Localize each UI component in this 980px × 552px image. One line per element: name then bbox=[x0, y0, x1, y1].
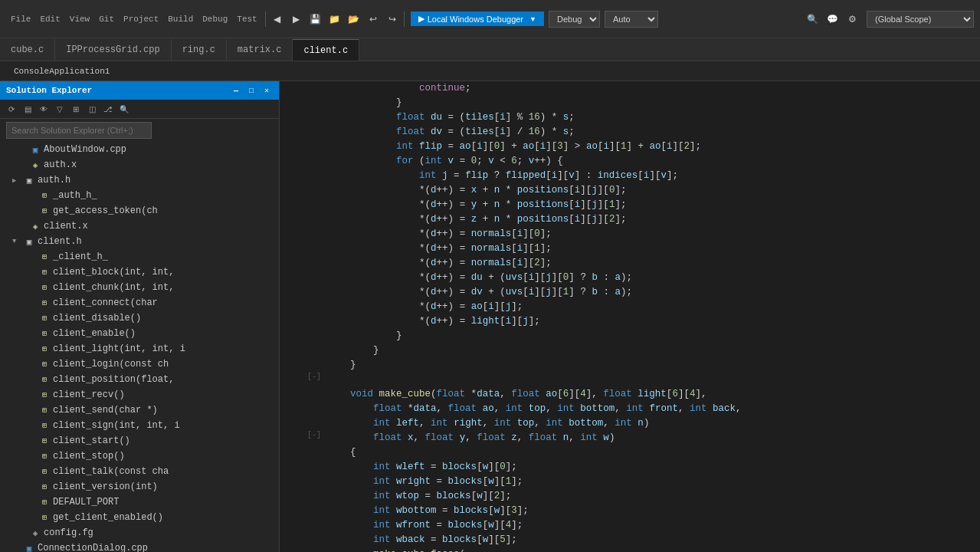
se-filter-btn[interactable]: ▽ bbox=[53, 102, 67, 116]
menu-bar: File Edit View Git Project Build Debug T… bbox=[6, 15, 262, 24]
debug-mode-select[interactable]: Debug bbox=[549, 11, 600, 28]
collapse-marker-1[interactable]: [-] bbox=[307, 373, 316, 381]
tree-item-client_login[interactable]: ⊞ client_login(const ch bbox=[0, 356, 279, 372]
tab-client-c[interactable]: client.c bbox=[293, 39, 359, 61]
forward-btn[interactable]: ▶ bbox=[288, 11, 305, 28]
tree-item-client_chunk[interactable]: ⊞ client_chunk(int, int, bbox=[0, 280, 279, 295]
tree-label-client_block: client_block(int, int, bbox=[53, 267, 174, 278]
menu-edit[interactable]: Edit bbox=[40, 15, 60, 24]
scope-select[interactable]: (Global Scope) bbox=[867, 11, 974, 28]
tree-item-client_sign[interactable]: ⊞ client_sign(int, int, i bbox=[0, 418, 279, 433]
code-content[interactable]: continue; } float du = (tiles[i] % 16) *… bbox=[318, 81, 980, 552]
tree-arrow-auth-h: ▶ bbox=[12, 176, 23, 185]
tree-item-get_client_enabled[interactable]: ⊞ get_client_enabled() bbox=[0, 510, 279, 525]
tree-item-auth-h[interactable]: ▶ ▣ auth.h bbox=[0, 172, 279, 188]
file-icon-client-x: ◈ bbox=[29, 220, 41, 232]
func-icon-_client_h_: ⊞ bbox=[38, 251, 51, 263]
tab-cube-c[interactable]: cube.c bbox=[0, 39, 55, 61]
tree-label-config-fg: config.fg bbox=[44, 527, 93, 538]
tab-bar: cube.c IPProcessGrid.cpp ring.c matrix.c… bbox=[0, 38, 980, 61]
collapse-marker-2[interactable]: [-] bbox=[307, 431, 316, 439]
search-icon-btn[interactable]: 🔍 bbox=[804, 11, 821, 28]
open-btn[interactable]: 📂 bbox=[346, 11, 362, 28]
menu-test[interactable]: Test bbox=[237, 15, 257, 24]
tree-item-client_disable[interactable]: ⊞ client_disable() bbox=[0, 310, 279, 326]
se-preview-btn[interactable]: ◫ bbox=[85, 102, 99, 116]
se-git-btn[interactable]: ⎇ bbox=[101, 102, 115, 116]
code-editor: [-] [-] continue; } float du = (tiles[i]… bbox=[280, 81, 980, 552]
tree-item-client_version[interactable]: ⊞ client_version(int) bbox=[0, 479, 279, 495]
tree-item-client_start[interactable]: ⊞ client_start() bbox=[0, 433, 279, 449]
file-icon-auth-x: ◈ bbox=[29, 159, 41, 171]
tree-item-client_block[interactable]: ⊞ client_block(int, int, bbox=[0, 264, 279, 280]
menu-file[interactable]: File bbox=[11, 15, 31, 24]
back-btn[interactable]: ◀ bbox=[269, 11, 286, 28]
save-btn[interactable]: 💾 bbox=[307, 11, 324, 28]
func-icon-_auth_h_: ⊞ bbox=[38, 189, 51, 202]
tree-item-_client_h_[interactable]: ⊞ _client_h_ bbox=[0, 249, 279, 264]
gutter: [-] [-] bbox=[280, 81, 318, 552]
func-icon-client_login: ⊞ bbox=[38, 358, 51, 370]
tree-item-get_access[interactable]: ⊞ get_access_token(ch bbox=[0, 203, 279, 219]
menu-view[interactable]: View bbox=[70, 15, 90, 24]
tree-item-config-fg[interactable]: ◈ config.fg bbox=[0, 525, 279, 540]
func-icon-DEFAULT_PORT: ⊞ bbox=[38, 496, 51, 508]
func-icon-get_access: ⊞ bbox=[38, 205, 51, 217]
func-icon-client_disable: ⊞ bbox=[38, 312, 51, 324]
platform-select[interactable]: Auto bbox=[605, 11, 658, 28]
menu-git[interactable]: Git bbox=[99, 15, 114, 24]
tree-item-auth-x[interactable]: ◈ auth.x bbox=[0, 157, 279, 172]
code-area: [-] [-] continue; } float du = (tiles[i]… bbox=[280, 81, 980, 552]
tree-item-DEFAULT_PORT[interactable]: ⊞ DEFAULT_PORT bbox=[0, 495, 279, 510]
menu-project[interactable]: Project bbox=[123, 15, 159, 24]
tree-label-client_connect: client_connect(char bbox=[53, 297, 158, 308]
tree-label-get_client_enabled: get_client_enabled() bbox=[53, 512, 163, 523]
tree-label-client_version: client_version(int) bbox=[53, 481, 158, 492]
toolbar-icons: ◀ ▶ 💾 📁 📂 ↩ ↪ bbox=[269, 11, 401, 28]
func-icon-client_stop: ⊞ bbox=[38, 450, 51, 462]
settings-btn[interactable]: ⚙ bbox=[844, 11, 860, 28]
project-breadcrumb[interactable]: ConsoleApplication1 bbox=[6, 65, 117, 77]
tree-item-client_stop[interactable]: ⊞ client_stop() bbox=[0, 449, 279, 464]
tab-ring-c[interactable]: ring.c bbox=[172, 39, 227, 61]
tree-item-client_talk[interactable]: ⊞ client_talk(const cha bbox=[0, 464, 279, 479]
tab-ipprocessgrid[interactable]: IPProcessGrid.cpp bbox=[55, 39, 171, 61]
new-project-btn[interactable]: 📁 bbox=[326, 11, 343, 28]
tree-label-client_enable: client_enable() bbox=[53, 328, 136, 339]
feedback-btn[interactable]: 💬 bbox=[824, 11, 841, 28]
solution-explorer-search[interactable] bbox=[6, 122, 152, 139]
tree-item-client_send[interactable]: ⊞ client_send(char *) bbox=[0, 402, 279, 418]
se-sync-btn[interactable]: ⟳ bbox=[5, 102, 18, 116]
tree-item-client_enable[interactable]: ⊞ client_enable() bbox=[0, 326, 279, 341]
se-minimize-btn[interactable]: — bbox=[230, 84, 242, 97]
se-close-btn[interactable]: ✕ bbox=[261, 84, 273, 97]
se-collapse-btn[interactable]: ▤ bbox=[21, 102, 34, 116]
redo-btn[interactable]: ↪ bbox=[384, 11, 401, 28]
toolbar: File Edit View Git Project Build Debug T… bbox=[0, 0, 980, 38]
tree-item-aboutwindow[interactable]: ▣ AboutWindow.cpp bbox=[0, 142, 279, 157]
tree-item-client-x[interactable]: ◈ client.x bbox=[0, 219, 279, 234]
tree-item-client_light[interactable]: ⊞ client_light(int, int, i bbox=[0, 341, 279, 356]
tree-item-client_connect[interactable]: ⊞ client_connect(char bbox=[0, 295, 279, 310]
tree-item-client_position[interactable]: ⊞ client_position(float, bbox=[0, 372, 279, 387]
menu-debug[interactable]: Debug bbox=[202, 15, 228, 24]
undo-btn[interactable]: ↩ bbox=[365, 11, 382, 28]
scope-area: (Global Scope) bbox=[867, 11, 974, 28]
tree-label-connectiondialog: ConnectionDialog.cpp bbox=[38, 543, 148, 552]
se-show-all-btn[interactable]: 👁 bbox=[37, 102, 51, 116]
se-search-btn[interactable]: 🔍 bbox=[117, 102, 131, 116]
se-props-btn[interactable]: ⊞ bbox=[69, 102, 83, 116]
menu-build[interactable]: Build bbox=[168, 15, 193, 24]
tree-item-_auth_h_[interactable]: ⊞ _auth_h_ bbox=[0, 188, 279, 203]
debug-section: ▶ Local Windows Debugger ▼ Debug Auto bbox=[411, 11, 658, 28]
se-restore-btn[interactable]: □ bbox=[245, 84, 257, 97]
tree-item-connectiondialog[interactable]: ▣ ConnectionDialog.cpp bbox=[0, 540, 279, 552]
func-icon-get_client_enabled: ⊞ bbox=[38, 511, 51, 524]
tree-label-client_light: client_light(int, int, i bbox=[53, 343, 185, 354]
main-layout: Solution Explorer — □ ✕ ⟳ ▤ 👁 ▽ ⊞ ◫ ⎇ 🔍 … bbox=[0, 81, 980, 552]
tab-matrix-c[interactable]: matrix.c bbox=[227, 39, 293, 61]
start-debugging-btn[interactable]: ▶ Local Windows Debugger ▼ bbox=[411, 12, 544, 26]
tree-item-client_recv[interactable]: ⊞ client_recv() bbox=[0, 387, 279, 402]
tree-item-client-h[interactable]: ▼ ▣ client.h bbox=[0, 234, 279, 249]
file-icon-auth-h: ▣ bbox=[23, 174, 35, 186]
